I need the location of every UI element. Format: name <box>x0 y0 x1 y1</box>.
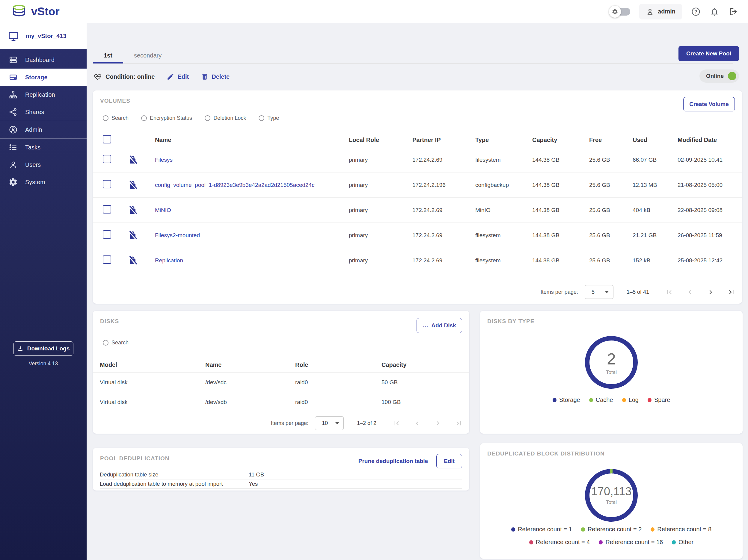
prune-dedup-table-link[interactable]: Prune deduplication table <box>358 458 428 464</box>
last-page-button[interactable] <box>454 419 463 427</box>
dedup-edit-button[interactable]: Edit <box>436 454 462 468</box>
sidebar-item-admin[interactable]: Admin <box>0 121 87 138</box>
theme-toggle[interactable] <box>611 8 630 16</box>
help-button[interactable]: ? <box>691 7 701 17</box>
next-page-button[interactable] <box>434 419 442 427</box>
donut-total-label: Total <box>606 369 617 375</box>
create-volume-button[interactable]: Create Volume <box>683 97 735 112</box>
radio-icon[interactable] <box>103 115 109 121</box>
sidebar-item-dashboard[interactable]: Dashboard <box>0 51 87 69</box>
col-used: Used <box>626 137 670 143</box>
sidebar-item-shares[interactable]: Shares <box>0 103 87 121</box>
sidebar-item-system[interactable]: System <box>0 173 87 191</box>
volume-row: Filesys2-mounted primary 172.24.2.69 fil… <box>93 223 742 248</box>
items-per-page-select[interactable]: 5 <box>585 285 613 299</box>
last-page-button[interactable] <box>727 288 735 296</box>
add-disk-label: Add Disk <box>431 322 456 329</box>
filter-radio[interactable]: Search <box>103 115 128 121</box>
sidebar-item-storage[interactable]: Storage <box>0 69 87 86</box>
legend-dot <box>651 527 655 532</box>
volume-name-link[interactable]: Filesys <box>155 156 172 163</box>
cell-local-role: primary <box>342 207 405 214</box>
cell-role: raid0 <box>295 399 381 406</box>
sidebar-item-label: Admin <box>25 126 42 133</box>
volume-name-link[interactable]: MiNIO <box>155 207 171 213</box>
pool-edit-button[interactable]: Edit <box>167 73 189 80</box>
sidebar-item-label: Shares <box>25 109 44 116</box>
version-label: Version 4.13 <box>0 361 87 367</box>
cell-free: 25.6 GB <box>582 257 626 264</box>
cell-type: configbackup <box>468 182 525 188</box>
encryption-off-lock-icon <box>127 230 138 241</box>
filter-radio[interactable]: Encryption Status <box>141 115 192 121</box>
download-icon <box>17 345 24 352</box>
volume-name-link[interactable]: config_volume_pool_1-d8923e3e9b3e42a2ad2… <box>155 182 314 188</box>
row-checkbox[interactable] <box>103 255 111 264</box>
legend-dot <box>529 540 533 544</box>
sidebar-item-label: Storage <box>25 74 48 81</box>
legend-label: Cache <box>596 396 613 404</box>
add-disk-button[interactable]: … Add Disk <box>417 318 462 333</box>
pool-delete-button[interactable]: Delete <box>201 73 230 80</box>
cell-modified-date: 21-08-2025 05:00 <box>670 182 742 188</box>
tab-secondary-pool[interactable]: secondary <box>123 47 172 64</box>
help-icon: ? <box>691 7 701 17</box>
volumes-table: Name Local Role Partner IP Type Capacity… <box>93 133 742 273</box>
next-page-button[interactable] <box>707 288 715 296</box>
sidebar-item-label: Tasks <box>25 144 41 151</box>
tab-primary-pool[interactable]: 1st <box>93 47 123 64</box>
notifications-button[interactable] <box>710 7 719 17</box>
sidebar-item-tasks[interactable]: Tasks <box>0 139 87 156</box>
col-name: Name <box>205 362 295 368</box>
sidebar-item-label: Users <box>25 162 41 168</box>
pool-condition-row: Condition: online Edit Delete <box>93 68 230 85</box>
items-per-page-value: 10 <box>322 420 328 427</box>
filter-label: Deletion Lock <box>213 115 246 121</box>
sidebar-server-name[interactable]: my_vStor_413 <box>0 23 87 49</box>
property-label: Deduplication table size <box>100 471 249 478</box>
first-page-button[interactable] <box>665 288 673 296</box>
cell-name: /dev/sdb <box>205 399 295 406</box>
filter-radio[interactable]: Deletion Lock <box>205 115 246 121</box>
radio-icon[interactable] <box>259 115 264 121</box>
disks-by-type-section: DISKS BY TYPE 2 Total Storage Cache <box>480 311 743 434</box>
dedup-distribution-legend: Reference count = 1 Reference count = 2 … <box>489 526 733 545</box>
property-label: Load deduplication table to memory at po… <box>100 481 249 487</box>
disks-by-type-chart: 2 Total <box>480 336 743 389</box>
col-capacity: Capacity <box>381 362 469 368</box>
users-icon <box>8 160 18 170</box>
replication-icon <box>8 90 18 99</box>
prev-page-button[interactable] <box>413 419 421 427</box>
volume-name-link[interactable]: Replication <box>155 257 183 264</box>
row-checkbox[interactable] <box>103 205 111 214</box>
col-name: Name <box>145 137 342 143</box>
download-logs-button[interactable]: Download Logs <box>14 341 73 356</box>
disk-row: Virtual disk /dev/sdc raid0 50 GB <box>93 372 469 392</box>
select-all-checkbox[interactable] <box>103 135 111 143</box>
legend-item: Storage <box>553 396 580 404</box>
filter-radio[interactable]: Type <box>259 115 279 121</box>
sidebar-item-replication[interactable]: Replication <box>0 86 87 103</box>
encryption-off-lock-icon <box>127 180 138 191</box>
items-per-page-select[interactable]: 10 <box>315 416 344 430</box>
theme-toggle-knob[interactable] <box>609 6 621 18</box>
prev-page-button[interactable] <box>686 288 694 296</box>
volumes-title: VOLUMES <box>100 98 131 104</box>
row-checkbox[interactable] <box>103 155 111 163</box>
sidebar-item-users[interactable]: Users <box>0 156 87 173</box>
user-menu[interactable]: admin <box>639 4 682 20</box>
radio-icon[interactable] <box>141 115 147 121</box>
volume-name-link[interactable]: Filesys2-mounted <box>155 232 200 238</box>
radio-icon[interactable] <box>103 340 109 346</box>
cell-modified-date: 02-09-2025 10:41 <box>670 156 742 163</box>
volume-row: MiNIO primary 172.24.2.69 MinIO 144.38 G… <box>93 198 742 223</box>
row-checkbox[interactable] <box>103 230 111 239</box>
logout-button[interactable] <box>728 7 738 17</box>
dedup-title: POOL DEDUPLICATION <box>100 455 170 462</box>
radio-icon[interactable] <box>205 115 210 121</box>
legend-item: Reference count = 8 <box>651 526 711 533</box>
disks-search-radio[interactable]: Search <box>103 340 128 346</box>
first-page-button[interactable] <box>393 419 401 427</box>
cell-local-role: primary <box>342 182 405 188</box>
row-checkbox[interactable] <box>103 180 111 188</box>
